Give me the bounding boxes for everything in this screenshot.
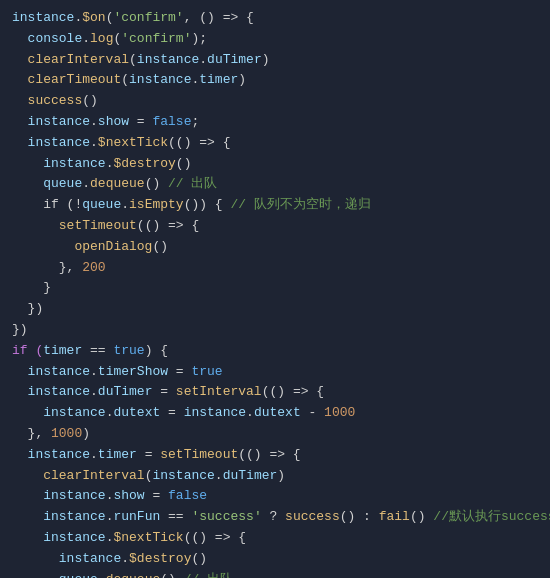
code-token: $nextTick <box>113 530 183 545</box>
code-line: instance.$destroy() <box>0 549 550 570</box>
code-token: isEmpty <box>129 197 184 212</box>
code-token: dutext <box>254 405 301 420</box>
code-line: }) <box>0 320 550 341</box>
code-token: clearInterval <box>12 468 145 483</box>
code-token: ) { <box>145 343 168 358</box>
code-token: dequeue <box>90 176 145 191</box>
code-token: timer <box>43 343 82 358</box>
code-line: instance.timer = setTimeout(() => { <box>0 445 550 466</box>
code-line: setTimeout(() => { <box>0 216 550 237</box>
code-token: timer <box>199 72 238 87</box>
code-token: dutext <box>113 405 160 420</box>
code-token: () <box>410 509 433 524</box>
code-token: . <box>90 135 98 150</box>
code-token: //默认执行success方法 <box>433 509 550 524</box>
code-token: 1000 <box>324 405 355 420</box>
code-token: clearInterval <box>12 52 129 67</box>
code-line: queue.dequeue() // 出队 <box>0 570 550 578</box>
code-token: instance <box>12 447 90 462</box>
code-token: if ( <box>12 343 43 358</box>
code-token: true <box>191 364 222 379</box>
code-token: 1000 <box>51 426 82 441</box>
code-token: () <box>160 572 183 578</box>
code-line: if (timer == true) { <box>0 341 550 362</box>
code-token: instance <box>12 135 90 150</box>
code-line: instance.timerShow = true <box>0 362 550 383</box>
code-token: == <box>82 343 113 358</box>
code-token: setInterval <box>176 384 262 399</box>
code-token: 'confirm' <box>113 10 183 25</box>
code-token: log <box>90 31 113 46</box>
code-token: . <box>121 551 129 566</box>
code-line: instance.$nextTick(() => { <box>0 133 550 154</box>
code-token: (() => { <box>168 135 230 150</box>
code-token: instance <box>12 10 74 25</box>
code-token: . <box>90 447 98 462</box>
code-token: $on <box>82 10 105 25</box>
code-token: clearTimeout <box>12 72 121 87</box>
code-line: }, 1000) <box>0 424 550 445</box>
code-token: (() => { <box>137 218 199 233</box>
code-token: (() => { <box>238 447 300 462</box>
code-token: . <box>121 197 129 212</box>
code-token: dequeue <box>106 572 161 578</box>
code-token: setTimeout <box>12 218 137 233</box>
code-token: // 队列不为空时，递归 <box>230 197 370 212</box>
code-token: . <box>90 114 98 129</box>
code-token: instance <box>152 468 214 483</box>
code-token: if (! <box>12 197 82 212</box>
code-token: . <box>246 405 254 420</box>
code-line: instance.$on('confirm', () => { <box>0 8 550 29</box>
code-token: show <box>113 488 144 503</box>
code-token: success <box>285 509 340 524</box>
code-token: // 出队 <box>184 572 233 578</box>
code-token: instance <box>12 384 90 399</box>
code-token: ) <box>82 426 90 441</box>
code-token: () <box>82 93 98 108</box>
code-token: 200 <box>82 260 105 275</box>
code-token: instance <box>137 52 199 67</box>
code-token: instance <box>184 405 246 420</box>
code-line: }, 200 <box>0 258 550 279</box>
code-token: duTimer <box>223 468 278 483</box>
code-token: duTimer <box>98 384 153 399</box>
code-token: . <box>90 384 98 399</box>
code-line: clearInterval(instance.duTimer) <box>0 466 550 487</box>
code-token: console <box>12 31 82 46</box>
code-token: }, <box>12 260 82 275</box>
code-token: ) <box>262 52 270 67</box>
code-token: $nextTick <box>98 135 168 150</box>
code-line: instance.$destroy() <box>0 154 550 175</box>
code-token: = <box>137 447 160 462</box>
code-line: }) <box>0 299 550 320</box>
code-token: instance <box>12 364 90 379</box>
code-token: instance <box>129 72 191 87</box>
code-token: . <box>215 468 223 483</box>
code-token: = <box>152 384 175 399</box>
code-token: () <box>176 156 192 171</box>
code-token: ( <box>129 52 137 67</box>
code-token: fail <box>379 509 410 524</box>
code-line: queue.dequeue() // 出队 <box>0 174 550 195</box>
code-line: console.log('confirm'); <box>0 29 550 50</box>
code-line: openDialog() <box>0 237 550 258</box>
code-token: queue <box>12 176 82 191</box>
code-token: () <box>191 551 207 566</box>
code-token: timerShow <box>98 364 168 379</box>
code-token: instance <box>12 488 106 503</box>
code-token: (() => { <box>184 530 246 545</box>
code-token: ) <box>277 468 285 483</box>
code-token: }) <box>12 322 28 337</box>
code-token: == <box>160 509 191 524</box>
code-token: ) <box>238 72 246 87</box>
code-line: instance.show = false; <box>0 112 550 133</box>
code-token: (() => { <box>262 384 324 399</box>
code-token: setTimeout <box>160 447 238 462</box>
code-token: . <box>90 364 98 379</box>
code-token: } <box>12 280 51 295</box>
code-token: ( <box>121 72 129 87</box>
code-token: instance <box>12 114 90 129</box>
code-token: = <box>129 114 152 129</box>
code-token: instance <box>12 530 106 545</box>
code-token: success <box>12 93 82 108</box>
